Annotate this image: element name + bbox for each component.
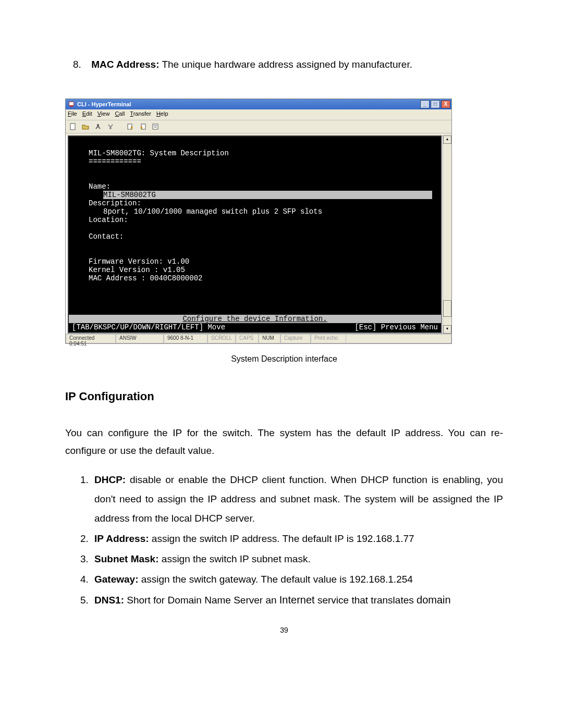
item-text: Short for Domain Name Server an (124, 595, 279, 606)
list-number: 8. (73, 57, 89, 72)
status-capture: Capture (280, 334, 311, 343)
section-heading: IP Configuration (65, 390, 503, 403)
svg-rect-8 (153, 124, 158, 129)
item-label: DHCP: (94, 474, 126, 485)
menu-help[interactable]: Help (156, 110, 168, 119)
menu-file[interactable]: File (68, 110, 77, 119)
status-speed: 9600 8-N-1 (164, 334, 207, 343)
item-text: disable or enable the DHCP client functi… (94, 474, 503, 524)
minimize-button[interactable]: _ (420, 100, 430, 108)
config-list: DHCP: disable or enable the DHCP client … (65, 470, 503, 610)
scroll-up-button[interactable]: ▴ (443, 135, 451, 144)
term-hint-right: [Esc] Previous Menu (354, 323, 438, 331)
status-bar: Connected 0:04:51 ANSIW 9600 8-N-1 SCROL… (66, 334, 451, 343)
scroll-down-button[interactable]: ▾ (443, 325, 451, 334)
svg-point-4 (97, 124, 99, 126)
term-name-value: MIL-SM8002TG (74, 191, 436, 199)
term-hint-center: Configure the device Information. (69, 315, 441, 323)
item-label: Gateway: (94, 574, 138, 585)
figure-caption: System Description interface (65, 354, 503, 364)
list-item: Subnet Mask: assign the switch IP subnet… (91, 549, 503, 569)
term-contact: Contact: (74, 232, 436, 241)
item-label: Subnet Mask: (94, 553, 159, 564)
status-terminal: ANSIW (116, 334, 164, 343)
list-label: MAC Address: (91, 59, 159, 70)
list-item: IP Address: assign the switch IP address… (91, 529, 503, 548)
item-label: DNS1: (94, 595, 124, 606)
properties-icon[interactable] (151, 122, 160, 131)
svg-rect-3 (70, 124, 75, 130)
svg-point-5 (109, 127, 112, 129)
term-header: MIL-SM8002TG: System Description (74, 149, 436, 157)
menu-transfer[interactable]: Transfer (130, 110, 151, 119)
list-item-mac-address: 8. MAC Address: The unique hardware addr… (65, 57, 503, 72)
list-item: Gateway: assign the switch gateway. The … (91, 570, 503, 589)
item-text: assign the switch IP subnet mask. (159, 553, 311, 564)
term-desc-value: 8port, 10/100/1000 managed switch plus 2… (74, 207, 436, 216)
term-desc-label: Description: (74, 199, 436, 207)
terminal-area: MIL-SM8002TG: System Description =======… (66, 135, 451, 334)
menu-edit[interactable]: Edit (82, 110, 92, 119)
item-label: IP Address: (94, 533, 149, 544)
term-kernel: Kernel Version : v1.05 (74, 266, 436, 274)
item-text: assign the switch IP address. The defaul… (149, 533, 414, 544)
menu-call[interactable]: Call (115, 110, 125, 119)
svg-rect-2 (70, 106, 73, 107)
status-echo: Print echo (311, 334, 346, 343)
item-text: service that translates (315, 595, 417, 606)
scrollbar[interactable]: ▴ ▾ (443, 135, 451, 334)
open-icon[interactable] (81, 122, 90, 131)
toolbar (66, 120, 451, 133)
new-icon[interactable] (69, 122, 77, 131)
status-caps: CAPS (236, 334, 259, 343)
terminal[interactable]: MIL-SM8002TG: System Description =======… (68, 135, 442, 334)
term-mac: MAC Address : 0040C8000002 (74, 274, 436, 282)
menu-bar: File Edit View Call Transfer Help (66, 109, 451, 120)
item-text-internet: Internet (279, 594, 315, 606)
scroll-thumb[interactable] (443, 300, 451, 317)
term-hint-left: [TAB/BKSPC/UP/DOWN/RIGHT/LEFT] Move (72, 323, 225, 331)
receive-icon[interactable] (139, 122, 147, 131)
disconnect-icon[interactable] (106, 122, 115, 131)
send-icon[interactable] (126, 122, 134, 131)
hyperterminal-window: CLI - HyperTerminal _ □ X File Edit View… (65, 98, 452, 344)
page-number: 39 (65, 626, 503, 634)
svg-rect-1 (69, 102, 74, 105)
list-text: The unique hardware address assigned by … (162, 59, 412, 70)
list-item: DNS1: Short for Domain Name Server an In… (91, 590, 503, 610)
item-text: assign the switch gateway. The default v… (138, 574, 412, 585)
status-num: NUM (259, 334, 280, 343)
status-scroll: SCROLL (207, 334, 236, 343)
connect-icon[interactable] (94, 122, 102, 131)
list-item: DHCP: disable or enable the DHCP client … (91, 470, 503, 528)
term-location: Location: (74, 216, 436, 224)
term-divider: ============ (74, 157, 436, 166)
item-text-domain: domain (417, 594, 451, 606)
title-bar: CLI - HyperTerminal _ □ X (66, 99, 451, 109)
window-title: CLI - HyperTerminal (77, 101, 131, 107)
intro-paragraph: You can configure the IP for the switch.… (65, 424, 503, 460)
close-button[interactable]: X (441, 100, 450, 108)
term-name-label: Name: (74, 182, 436, 191)
maximize-button[interactable]: □ (431, 100, 440, 108)
app-icon (68, 101, 75, 108)
menu-view[interactable]: View (97, 110, 110, 119)
status-connected: Connected 0:04:51 (66, 334, 116, 343)
term-firmware: Firmware Version: v1.00 (74, 257, 436, 266)
